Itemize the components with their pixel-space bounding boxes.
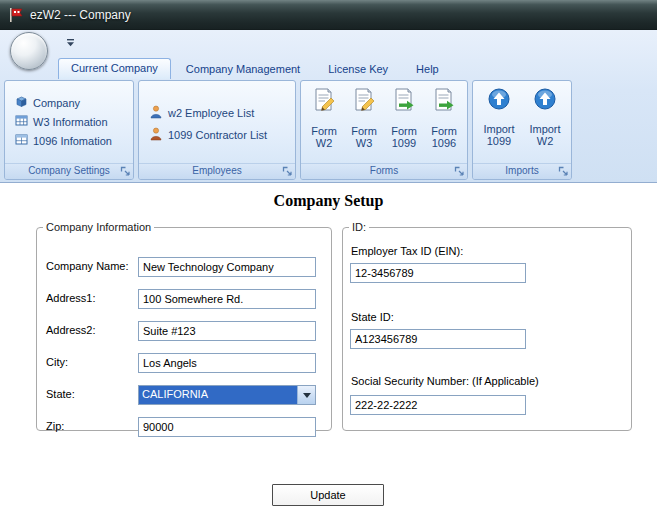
group-label-forms: Forms (301, 163, 467, 179)
tab-company-management[interactable]: Company Management (173, 59, 313, 79)
company-icon (15, 95, 28, 110)
form-w3-label-bottom: W3 (356, 137, 373, 149)
application-menu-button[interactable] (10, 32, 48, 70)
import-1099-label-bottom: 1099 (487, 135, 511, 147)
form-w3-button[interactable]: Form W3 (345, 85, 383, 149)
forms-dialog-launcher-icon[interactable] (454, 166, 465, 177)
contractor-list-label: 1099 Contractor List (168, 129, 267, 141)
ein-input[interactable] (350, 263, 526, 283)
company-name-label: Company Name: (46, 260, 129, 272)
address1-input[interactable] (138, 289, 316, 309)
form-1096-label-bottom: 1096 (432, 137, 456, 149)
ten96-information-nav-button[interactable]: 1096 Infomation (15, 133, 133, 148)
contractor-person-icon (149, 127, 163, 143)
ten96-information-nav-label: 1096 Infomation (33, 135, 112, 147)
employee-person-icon (149, 105, 163, 121)
w2-employee-list-button[interactable]: w2 Employee List (149, 105, 295, 121)
group-label-company-settings: Company Settings (5, 163, 133, 179)
employees-dialog-launcher-icon[interactable] (282, 166, 293, 177)
ribbon-group-imports: Import 1099 Import (472, 80, 572, 180)
company-nav-button[interactable]: Company (15, 95, 133, 110)
ssn-label: Social Security Number: (If Applicable) (351, 375, 539, 387)
state-id-label: State ID: (351, 311, 394, 323)
city-input[interactable] (138, 353, 316, 373)
state-id-input[interactable] (350, 329, 526, 349)
contractor-list-button[interactable]: 1099 Contractor List (149, 127, 295, 143)
state-label: State: (46, 388, 75, 400)
ribbon-groups: Company (0, 79, 657, 182)
address2-input[interactable] (138, 321, 316, 341)
import-w2-button[interactable]: Import W2 (523, 85, 567, 147)
company-nav-label: Company (33, 97, 80, 109)
ssn-input[interactable] (350, 395, 526, 415)
id-groupbox: ID: Employer Tax ID (EIN): State ID: Soc… (342, 221, 632, 431)
ribbon-group-company-settings: Company (4, 80, 134, 180)
company-name-input[interactable] (138, 257, 316, 277)
form-1096-export-icon (431, 87, 457, 115)
state-select[interactable]: CALIFORNIA (138, 385, 316, 405)
form-1099-label-top: Form (391, 125, 417, 137)
tab-help[interactable]: Help (403, 59, 452, 79)
ribbon-tab-row: Current Company Company Management Licen… (0, 54, 657, 79)
form-w2-label-bottom: W2 (316, 137, 333, 149)
imports-dialog-launcher-icon[interactable] (558, 166, 569, 177)
w3-information-nav-label: W3 Information (33, 116, 108, 128)
quick-access-dropdown-icon[interactable] (62, 36, 78, 50)
ten96-table-icon (15, 133, 28, 148)
ein-label: Employer Tax ID (EIN): (351, 245, 463, 257)
id-legend: ID: (349, 221, 369, 233)
ribbon: Current Company Company Management Licen… (0, 30, 657, 183)
address2-label: Address2: (46, 324, 96, 336)
company-information-legend: Company Information (43, 221, 154, 233)
ribbon-group-employees: w2 Employee List 1099 Contractor List (138, 80, 296, 180)
company-setup-panel: Company Setup Company Information Compan… (0, 183, 657, 528)
address1-label: Address1: (46, 292, 96, 304)
page-title: Company Setup (0, 192, 657, 210)
update-button[interactable]: Update (272, 484, 384, 506)
form-1096-label-top: Form (431, 125, 457, 137)
form-w2-label-top: Form (311, 125, 337, 137)
zip-input[interactable] (138, 417, 316, 437)
w2-employee-list-label: w2 Employee List (168, 107, 254, 119)
window-title: ezW2 --- Company (30, 8, 131, 22)
quick-access-toolbar (0, 30, 657, 54)
import-w2-upload-icon (533, 87, 557, 113)
import-1099-upload-icon (487, 87, 511, 113)
group-label-imports: Imports (473, 163, 571, 179)
company-settings-dialog-launcher-icon[interactable] (120, 166, 131, 177)
form-1099-export-icon (391, 87, 417, 115)
import-1099-button[interactable]: Import 1099 (477, 85, 521, 147)
tab-license-key[interactable]: License Key (315, 59, 401, 79)
company-information-groupbox: Company Information Company Name: Addres… (36, 221, 332, 431)
form-1099-label-bottom: 1099 (392, 137, 416, 149)
titlebar: ezW2 --- Company (0, 0, 657, 30)
form-w2-edit-icon (311, 87, 337, 115)
form-w3-edit-icon (351, 87, 377, 115)
form-1099-button[interactable]: Form 1099 (385, 85, 423, 149)
app-logo-icon (8, 7, 24, 23)
w3-information-nav-button[interactable]: W3 Information (15, 114, 133, 129)
import-w2-label-top: Import (529, 123, 560, 135)
zip-label: Zip: (46, 420, 64, 432)
import-w2-label-bottom: W2 (537, 135, 554, 147)
ribbon-group-forms: Form W2 (300, 80, 468, 180)
w3-table-icon (15, 114, 28, 129)
form-w2-button[interactable]: Form W2 (305, 85, 343, 149)
form-1096-button[interactable]: Form 1096 (425, 85, 463, 149)
group-label-employees: Employees (139, 163, 295, 179)
form-w3-label-top: Form (351, 125, 377, 137)
tab-current-company[interactable]: Current Company (58, 58, 171, 79)
import-1099-label-top: Import (483, 123, 514, 135)
city-label: City: (46, 356, 68, 368)
state-select-dropdown-icon[interactable] (297, 386, 315, 404)
state-select-value: CALIFORNIA (139, 386, 297, 404)
app-window: ezW2 --- Company Current Company Company… (0, 0, 657, 528)
